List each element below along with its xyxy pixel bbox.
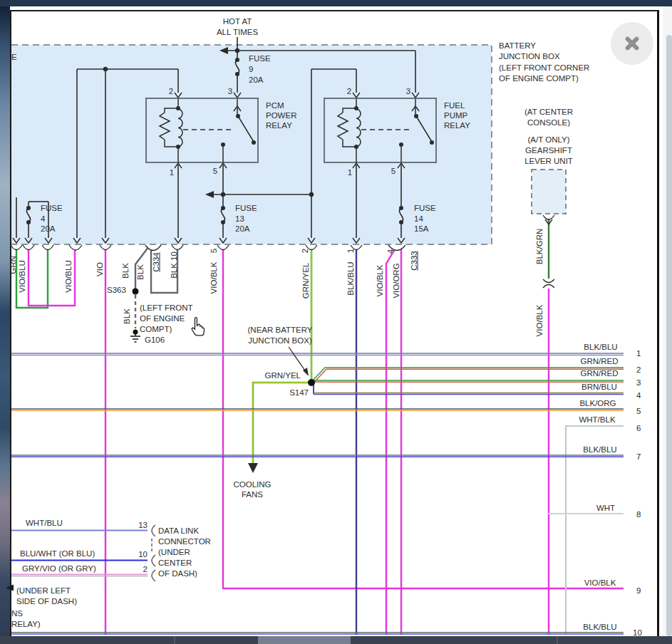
wire-wht-blu: WHT/BLU (26, 519, 63, 528)
row5-pin: 5 (636, 407, 641, 416)
dlc-pin-10: 10 (138, 550, 148, 559)
battery-box-line1: BATTERY (499, 41, 536, 51)
wire-blk-blu-v: BLK/BLU (346, 261, 356, 295)
fuel-pin1: 1 (348, 168, 352, 177)
pcm-pin3: 3 (228, 87, 232, 96)
close-button[interactable] (611, 22, 653, 65)
wire-blk-10: BLK 10 (170, 251, 179, 279)
row8-pin: 8 (636, 510, 641, 519)
ground-note-line2: OF ENGINE (140, 314, 185, 323)
row3-pin: 3 (636, 378, 641, 388)
fuel-relay-line1: FUEL (444, 101, 465, 110)
row9-pin: 9 (636, 586, 641, 596)
wire-blk-2: BLK (136, 264, 145, 280)
splice-note-line1: (NEAR BATTERY (248, 326, 313, 335)
fuse14-number: 14 (414, 214, 423, 224)
row2-pin: 2 (636, 365, 641, 375)
fuse4-number: 4 (41, 214, 45, 224)
dlc-pin-13: 13 (138, 521, 148, 530)
pcm-relay-line1: PCM (266, 101, 284, 110)
fuse4-rating: 20A (41, 224, 55, 234)
row7-pin: 7 (636, 452, 641, 462)
wire-vio-blk-gear: VIO/BLK (535, 305, 544, 337)
fuse13-number: 13 (235, 214, 244, 224)
gearshift-line1: (A/T ONLY) (528, 135, 570, 145)
connector-c333: C333 (410, 251, 419, 271)
pcm-pin2: 2 (169, 87, 173, 96)
horizontal-scrollbar-thumb[interactable] (258, 636, 351, 644)
dash-note-line1: (UNDER LEFT (16, 586, 71, 596)
row1-label: BLK/BLU (584, 343, 617, 352)
row2-label: GRN/RED (580, 357, 618, 366)
wire-vio-org: VIO/ORG (392, 263, 401, 298)
connector-c334: C334 (152, 252, 161, 272)
fuse14-name: FUSE (414, 204, 436, 213)
wire-vio: VIO (95, 262, 105, 276)
pin-4-c333: 4 (386, 249, 396, 254)
wire-vio-blk-5: VIO/BLK (210, 262, 219, 294)
horizontal-scrollbar[interactable] (0, 636, 672, 644)
pin-2-c333: 2 (301, 249, 310, 253)
dlc-line1: DATA LINK (158, 526, 199, 536)
row10-label: BLK/BLU (583, 623, 616, 632)
row1-pin: 1 (636, 349, 641, 358)
wire-vio-blu-1: VIO/BLU (18, 260, 27, 292)
fuse13-rating: 20A (235, 224, 249, 234)
fuse9-number: 9 (249, 65, 253, 74)
dlc-brace (152, 525, 155, 581)
inline-connector (543, 279, 554, 288)
gearshift-line2: GEARSHIFT (525, 146, 572, 155)
row8-label: WHT (596, 504, 615, 513)
wire-gry-vio: GRY/VIO (OR GRY) (22, 564, 96, 573)
row7-label: BLK/BLU (583, 445, 616, 455)
scrollbar-separator (174, 636, 175, 644)
clipped-text-line1: NS (11, 609, 23, 618)
fuse9-rating: 20A (249, 76, 263, 85)
wire-grn-yel: GRN/YEL (301, 263, 311, 299)
clipped-text-line2: RELAY) (11, 620, 41, 629)
dlc-pin-2: 2 (143, 565, 148, 574)
wire-vio-blk-4a: VIO/BLK (376, 265, 385, 297)
battery-box-line4: OF ENGINE COMPT) (499, 74, 579, 83)
hot-at-line2: ALL TIMES (217, 28, 258, 37)
wire-blk-1: BLK (121, 263, 130, 279)
row3-label: GRN/RED (580, 369, 618, 378)
dlc-line3: (UNDER (158, 548, 190, 557)
fuel-pin3: 3 (406, 87, 410, 96)
scrollbar-separator (557, 636, 558, 644)
vertical-scrollbar[interactable] (663, 6, 672, 636)
cooling-fans-line2: FANS (242, 490, 263, 499)
battery-box-line2: JUNCTION BOX (499, 52, 560, 61)
fuel-pin5: 5 (391, 167, 396, 176)
wire-blk-grn: BLK/GRN (535, 229, 544, 265)
row5-label: BLK/ORG (579, 399, 616, 408)
gearshift-lever-unit-box (532, 170, 566, 214)
dlc-line4: CENTER (158, 559, 192, 568)
fuse9-name: FUSE (249, 54, 271, 63)
dash-note-line2: SIDE OF DASH) (16, 597, 77, 606)
pcm-pin5: 5 (213, 167, 217, 176)
wire-blk-3: BLK (123, 308, 132, 324)
pin-5-c333: 5 (210, 249, 219, 253)
wire-blu-wht: BLU/WHT (OR BLU) (20, 549, 95, 559)
gearshift-line3: LEVER UNIT (524, 157, 573, 166)
fuse13-name: FUSE (235, 204, 257, 213)
console-note-line1: (AT CENTER (524, 108, 573, 117)
note-arrow (6, 585, 14, 591)
pin-1-c333: 1 (346, 249, 356, 253)
pcm-relay-line2: POWER (266, 111, 296, 120)
fuel-pin2: 2 (347, 87, 351, 96)
wire-vio-blu-2: VIO/BLU (64, 260, 73, 292)
vertical-scrollbar-thumb[interactable] (666, 35, 672, 636)
cooling-fans-line1: COOLING (233, 480, 271, 489)
splice-s363: S363 (107, 286, 126, 295)
console-note-line2: CONSOLE) (527, 118, 570, 128)
ground-note-line1: (LEFT FRONT (140, 303, 193, 313)
fuse14-rating: 15A (414, 224, 428, 234)
colored-wires (11, 219, 624, 635)
wiring-diagram-canvas (0, 0, 672, 644)
hot-at-line1: HOT AT (223, 17, 252, 26)
row6-pin: 6 (636, 424, 641, 433)
row9-label: VIO/BLK (584, 578, 616, 588)
fuel-relay-line3: RELAY (444, 121, 470, 130)
